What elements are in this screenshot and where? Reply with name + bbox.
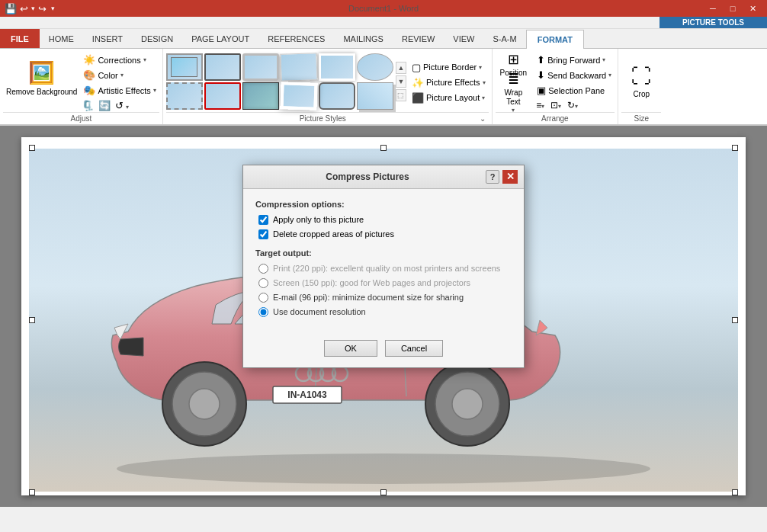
checkbox-delete-cropped-label[interactable]: Delete cropped areas of pictures <box>273 229 394 239</box>
dialog-close-button[interactable]: ✕ <box>502 170 518 184</box>
dialog-overlay: Compress Pictures ? ✕ Compression option… <box>0 126 767 507</box>
checkbox-apply-only[interactable] <box>258 215 268 225</box>
radio-screen-label[interactable]: Screen (150 ppi): good for Web pages and… <box>273 278 470 287</box>
radio-document-label[interactable]: Use document resolution <box>273 307 366 316</box>
radio-print[interactable] <box>258 264 268 274</box>
radio-print-label[interactable]: Print (220 ppi): excellent quality on mo… <box>273 264 500 273</box>
compression-options-label: Compression options: <box>255 200 512 209</box>
compression-options-section: Compression options: Apply only to this … <box>255 200 512 239</box>
radio-document[interactable] <box>258 307 268 317</box>
radio-document-row: Use document resolution <box>255 307 512 317</box>
checkbox-apply-only-label[interactable]: Apply only to this picture <box>273 215 364 224</box>
ok-button[interactable]: OK <box>324 340 377 357</box>
checkbox-apply-only-row: Apply only to this picture <box>255 215 512 225</box>
dialog-help-button[interactable]: ? <box>486 170 499 184</box>
radio-screen[interactable] <box>258 278 268 288</box>
target-output-label: Target output: <box>255 248 512 258</box>
checkbox-delete-cropped-row: Delete cropped areas of pictures <box>255 229 512 239</box>
dialog-title-bar: Compress Pictures ? ✕ <box>243 165 524 189</box>
compress-pictures-dialog: Compress Pictures ? ✕ Compression option… <box>242 165 525 368</box>
cancel-button[interactable]: Cancel <box>385 340 443 357</box>
radio-email-label[interactable]: E-mail (96 ppi): minimize document size … <box>273 293 464 302</box>
target-output-section: Target output: Print (220 ppi): excellen… <box>255 248 512 317</box>
radio-screen-row: Screen (150 ppi): good for Web pages and… <box>255 278 512 288</box>
radio-email[interactable] <box>258 293 268 303</box>
dialog-title: Compress Pictures <box>249 171 486 182</box>
radio-print-row: Print (220 ppi): excellent quality on mo… <box>255 264 512 274</box>
dialog-body: Compression options: Apply only to this … <box>243 189 524 332</box>
radio-email-row: E-mail (96 ppi): minimize document size … <box>255 293 512 303</box>
dialog-footer: OK Cancel <box>243 332 524 367</box>
checkbox-delete-cropped[interactable] <box>258 229 268 239</box>
